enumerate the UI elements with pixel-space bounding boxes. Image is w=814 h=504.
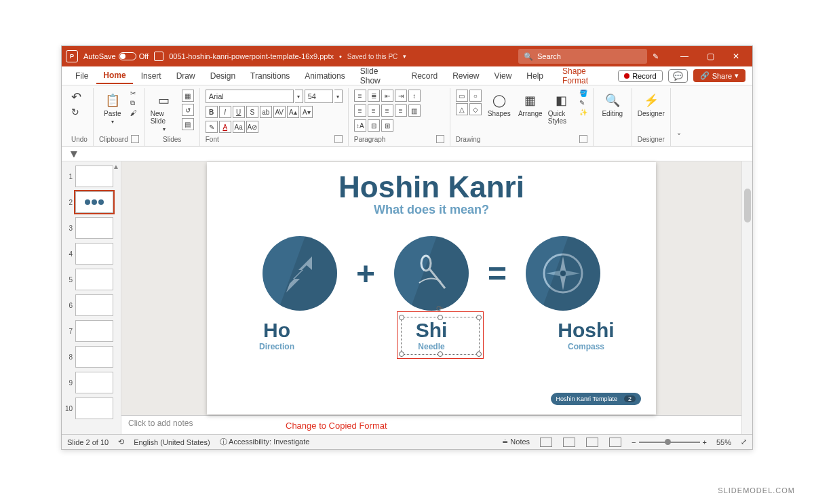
tab-view[interactable]: View <box>488 69 519 83</box>
tab-home[interactable]: Home <box>96 68 132 84</box>
ribbon-collapse-button[interactable]: ˅ <box>671 88 687 146</box>
slide-footer[interactable]: Hoshin Kanri Template 2 <box>551 393 641 405</box>
shapes-button[interactable]: ◯Shapes <box>486 90 513 117</box>
coming-soon-icon[interactable]: ✎ <box>653 52 659 61</box>
copy-icon[interactable]: ⧉ <box>130 99 137 107</box>
bullets-button[interactable]: ≡ <box>354 90 366 102</box>
slide-counter[interactable]: Slide 2 of 10 <box>67 438 109 446</box>
redo-icon[interactable]: ↻ <box>71 106 81 117</box>
designer-button[interactable]: ⚡Designer <box>638 90 665 117</box>
tab-file[interactable]: File <box>69 69 95 83</box>
slide-panel[interactable]: ▲ 1 2 3 4 5 6 7 8 9 10 <box>62 161 121 434</box>
tab-draw[interactable]: Draw <box>170 69 202 83</box>
shadow-button[interactable]: ab <box>260 106 272 118</box>
section-icon[interactable]: ▤ <box>182 118 194 130</box>
circle-needle[interactable] <box>394 236 469 311</box>
thumbnail-4[interactable] <box>75 243 113 265</box>
font-name-combo[interactable]: Arial <box>206 90 294 103</box>
align-right-button[interactable]: ≡ <box>381 104 393 117</box>
scroll-up-icon[interactable]: ▲ <box>113 163 119 170</box>
paste-button[interactable]: 📋Paste▾ <box>99 90 126 125</box>
indent-out-button[interactable]: ⇤ <box>381 90 393 102</box>
thumbnail-6[interactable] <box>75 294 113 316</box>
undo-icon[interactable]: ↶ <box>71 90 81 104</box>
strike-button[interactable]: S <box>246 106 258 118</box>
highlight-button[interactable]: ✎ <box>206 121 218 133</box>
shape-fill-icon[interactable]: 🪣 <box>579 90 587 97</box>
clear-format-button[interactable]: A⊘ <box>246 121 258 133</box>
maximize-button[interactable]: ▢ <box>698 46 722 66</box>
tab-design[interactable]: Design <box>204 69 242 83</box>
slide-canvas[interactable]: Hoshin Kanri What does it mean? + = <box>121 161 741 415</box>
zoom-slider[interactable]: − + <box>632 438 707 446</box>
bold-button[interactable]: B <box>206 106 218 118</box>
tab-slideshow[interactable]: Slide Show <box>353 64 404 88</box>
paragraph-launcher[interactable] <box>436 135 444 143</box>
italic-button[interactable]: I <box>219 106 231 118</box>
shape4[interactable]: ◇ <box>469 103 482 115</box>
comments-button[interactable]: 💬 <box>668 69 688 83</box>
align-center-button[interactable]: ≡ <box>368 104 380 117</box>
tab-shape-format[interactable]: Shape Format <box>556 64 615 88</box>
clipboard-launcher[interactable] <box>131 135 139 143</box>
close-button[interactable]: ✕ <box>724 46 748 66</box>
underline-button[interactable]: U <box>233 106 245 118</box>
new-slide-button[interactable]: ▭New Slide▾ <box>151 90 178 132</box>
indent-in-button[interactable]: ⇥ <box>395 90 407 102</box>
search-input[interactable]: 🔍 Search <box>518 49 647 64</box>
spacing-button[interactable]: AV <box>273 106 286 118</box>
shrink-font-button[interactable]: A▾ <box>301 106 313 118</box>
slider-track[interactable] <box>639 442 700 443</box>
format-painter-icon[interactable]: 🖌 <box>130 109 137 117</box>
quick-styles-button[interactable]: ◧Quick Styles <box>548 90 575 125</box>
zoom-level[interactable]: 55% <box>716 438 731 446</box>
text-direction-button[interactable]: ↕A <box>354 119 366 132</box>
circle-compass[interactable] <box>526 236 600 311</box>
tab-review[interactable]: Review <box>446 69 486 83</box>
shape-effects-icon[interactable]: ✨ <box>579 109 587 116</box>
record-button[interactable]: Record <box>618 70 662 82</box>
sorter-view-button[interactable] <box>563 438 575 447</box>
columns-button[interactable]: ▥ <box>408 104 421 117</box>
shape-outline-icon[interactable]: ✎ <box>579 99 587 106</box>
slide-title[interactable]: Hoshin Kanri <box>207 170 656 204</box>
justify-button[interactable]: ≡ <box>395 104 407 117</box>
font-size-combo[interactable]: 54 <box>305 90 333 103</box>
overflow-icon[interactable]: ⟲ <box>118 438 124 446</box>
shape2[interactable]: ○ <box>469 90 482 102</box>
layout-icon[interactable]: ▦ <box>182 90 194 102</box>
tab-transitions[interactable]: Transitions <box>244 69 296 83</box>
thumbnail-7[interactable] <box>75 320 113 342</box>
scrollbar-thumb[interactable] <box>744 189 751 222</box>
save-icon[interactable] <box>154 52 163 61</box>
arrange-button[interactable]: ▦Arrange <box>517 90 544 117</box>
fit-to-window-button[interactable]: ⤢ <box>741 438 747 446</box>
reset-icon[interactable]: ↺ <box>182 104 194 116</box>
minimize-button[interactable]: — <box>672 46 697 66</box>
zoom-in-icon[interactable]: + <box>703 438 707 446</box>
circle-direction[interactable] <box>263 236 337 311</box>
label-ho[interactable]: HoDirection <box>233 319 321 351</box>
numbering-button[interactable]: ≣ <box>368 90 380 102</box>
slide-subtitle[interactable]: What does it mean? <box>207 203 656 217</box>
change-case-button[interactable]: Aa <box>233 121 245 133</box>
align-text-button[interactable]: ⊟ <box>368 119 380 132</box>
cut-icon[interactable]: ✂ <box>130 90 137 97</box>
drawing-launcher[interactable] <box>579 135 587 143</box>
font-color-button[interactable]: A <box>219 121 231 133</box>
editing-button[interactable]: 🔍Editing <box>599 90 626 117</box>
font-launcher[interactable] <box>334 135 343 143</box>
slideshow-view-button[interactable] <box>609 438 621 447</box>
vertical-scrollbar[interactable] <box>741 161 752 434</box>
grow-font-button[interactable]: A▴ <box>287 106 299 118</box>
thumbnail-8[interactable] <box>75 346 113 368</box>
thumbnail-5[interactable] <box>75 269 113 290</box>
tab-help[interactable]: Help <box>520 69 550 83</box>
smartart-button[interactable]: ⊞ <box>381 119 393 132</box>
label-hoshi[interactable]: HoshiCompass <box>542 319 630 351</box>
reading-view-button[interactable] <box>586 438 598 447</box>
notes-toggle[interactable]: ≐ Notes <box>502 438 530 446</box>
autosave-toggle[interactable]: AutoSave Off <box>83 52 149 60</box>
thumbnail-10[interactable] <box>75 398 113 419</box>
tab-animations[interactable]: Animations <box>298 69 351 83</box>
